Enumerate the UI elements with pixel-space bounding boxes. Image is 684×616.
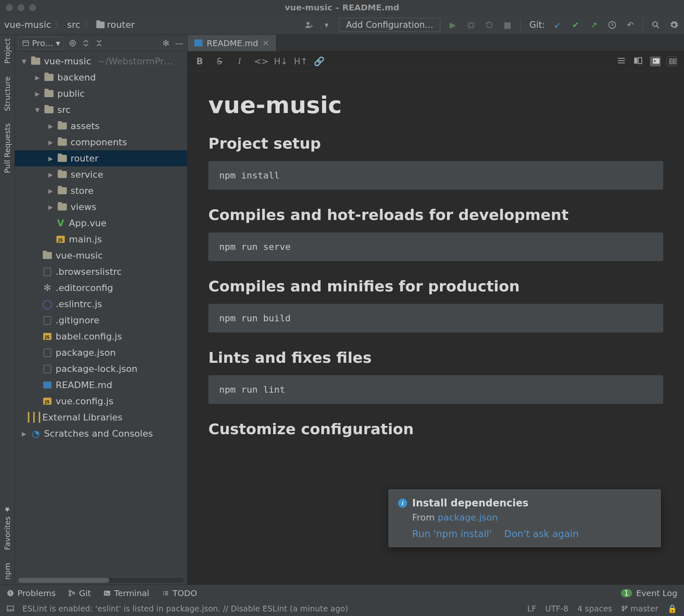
rerun-icon[interactable]	[484, 19, 495, 31]
package-json-link[interactable]: package.json	[438, 512, 498, 523]
git-push-icon[interactable]: ↗	[588, 19, 600, 31]
git-tool-button[interactable]: Git	[68, 588, 91, 598]
todo-tool-button[interactable]: TODO	[162, 588, 197, 598]
expand-arrow-icon[interactable]: ▾	[21, 56, 27, 66]
status-message[interactable]: ESLint is enabled: 'eslint' is listed in…	[22, 604, 348, 613]
expand-arrow-icon[interactable]: ▾	[34, 105, 41, 115]
run-icon[interactable]: ▶	[447, 19, 459, 31]
terminal-tool-button[interactable]: Terminal	[103, 588, 149, 598]
user-icon[interactable]	[303, 19, 314, 31]
expand-arrow-icon[interactable]: ▸	[34, 88, 41, 99]
history-icon[interactable]	[606, 19, 618, 31]
tree-node[interactable]: package-lock.json	[15, 361, 187, 377]
search-icon[interactable]	[650, 19, 662, 31]
strikethrough-icon[interactable]: S	[214, 56, 225, 66]
close-tab-icon[interactable]: ✕	[262, 38, 269, 48]
tree-node[interactable]: ▸service	[15, 166, 187, 183]
breadcrumb-item[interactable]: src	[67, 20, 80, 30]
tree-node[interactable]: ▸backend	[15, 69, 187, 86]
tree-node[interactable]: package.json	[15, 345, 187, 361]
tree-node[interactable]: ▸components	[15, 134, 187, 150]
tree-node[interactable]: ✻.editorconfig	[15, 280, 187, 296]
link-icon[interactable]: 🔗	[314, 56, 325, 66]
tree-node[interactable]: README.md	[15, 377, 187, 393]
eslint-icon: ◯	[42, 299, 53, 309]
tree-node[interactable]: JSbabel.config.js	[15, 328, 187, 345]
tree-node[interactable]: .browserslistrc	[15, 264, 187, 280]
expand-all-icon[interactable]	[81, 39, 90, 48]
horizontal-scrollbar[interactable]	[18, 578, 184, 583]
indent-indicator[interactable]: 4 spaces	[577, 604, 612, 613]
project-view-selector[interactable]: Pro…▾	[18, 37, 64, 49]
split-view-icon[interactable]	[633, 56, 644, 66]
git-branch-indicator[interactable]: master	[621, 604, 658, 613]
chevron-down-icon[interactable]: ▾	[321, 19, 332, 31]
svg-point-3	[653, 22, 657, 26]
editor-only-icon[interactable]	[617, 56, 628, 66]
tree-node[interactable]: JSmain.js	[15, 231, 187, 247]
tree-node[interactable]: ▸router	[15, 150, 187, 166]
problems-tool-button[interactable]: Problems	[7, 588, 56, 598]
undo-icon[interactable]: ↶	[625, 19, 636, 31]
svg-point-15	[69, 590, 71, 592]
target-icon[interactable]	[68, 39, 77, 48]
stop-icon[interactable]: ■	[502, 19, 513, 31]
tree-node[interactable]: ┃┃┃External Libraries	[15, 409, 187, 425]
event-log-tool-button[interactable]: Event Log	[636, 588, 677, 598]
add-configuration-button[interactable]: Add Configuration...	[339, 18, 440, 32]
vue-file-icon: V	[57, 218, 64, 228]
expand-arrow-icon[interactable]: ▸	[47, 153, 54, 164]
tool-window-toggle-icon[interactable]	[7, 605, 14, 612]
bold-icon[interactable]: B	[194, 56, 205, 66]
git-commit-icon[interactable]: ✔	[570, 19, 581, 31]
tree-node[interactable]: JSvue.config.js	[15, 393, 187, 409]
line-ending-indicator[interactable]: LF	[527, 604, 536, 613]
tree-node[interactable]: ▾src	[15, 102, 187, 118]
tree-node[interactable]: ▸views	[15, 199, 187, 215]
expand-arrow-icon[interactable]: ▸	[47, 202, 54, 212]
titlebar: vue-music – README.md	[0, 0, 684, 15]
folder-icon	[58, 203, 67, 210]
expand-arrow-icon[interactable]: ▸	[34, 72, 41, 83]
italic-icon[interactable]: I	[234, 56, 245, 66]
editor-tab[interactable]: README.md ✕	[188, 35, 276, 51]
expand-arrow-icon[interactable]: ▸	[47, 186, 54, 196]
project-tree[interactable]: ▾vue-music~/WebstormPr…▸backend▸public▾s…	[15, 51, 187, 576]
expand-arrow-icon[interactable]: ▸	[47, 137, 54, 147]
gear-icon[interactable]: ✻	[161, 39, 171, 48]
expand-arrow-icon[interactable]: ▸	[21, 428, 27, 439]
tree-node[interactable]: ▸public	[15, 86, 187, 102]
header-up-icon[interactable]: H↑	[294, 56, 305, 66]
debug-icon[interactable]	[465, 19, 477, 31]
run-npm-install-link[interactable]: Run 'npm install'	[412, 528, 492, 539]
git-pull-icon[interactable]: ↙	[552, 19, 563, 31]
tree-node[interactable]: ▸◔Scratches and Consoles	[15, 425, 187, 442]
encoding-indicator[interactable]: UTF-8	[545, 604, 568, 613]
lock-icon[interactable]: 🔒	[667, 604, 677, 614]
tree-node[interactable]: .gitignore	[15, 312, 187, 328]
minimize-panel-icon[interactable]: —	[175, 39, 184, 48]
npm-tool-button[interactable]: npm	[3, 563, 12, 579]
scroll-sync-icon[interactable]	[667, 56, 677, 66]
dont-ask-again-link[interactable]: Don't ask again	[504, 528, 579, 539]
code-icon[interactable]: <>	[254, 56, 265, 66]
expand-arrow-icon[interactable]: ▸	[47, 121, 54, 131]
gear-icon[interactable]	[668, 19, 680, 31]
tree-node[interactable]: ◯.eslintrc.js	[15, 296, 187, 312]
tree-node[interactable]: ▸assets	[15, 118, 187, 134]
favorites-tool-button[interactable]: Favorites★	[3, 505, 12, 550]
structure-tool-button[interactable]: Structure	[3, 76, 12, 111]
tree-node[interactable]: ▾vue-music~/WebstormPr…	[15, 53, 187, 69]
project-tool-button[interactable]: Project	[3, 38, 12, 64]
tree-node[interactable]: VApp.vue	[15, 215, 187, 231]
breadcrumb-item[interactable]: vue-music	[4, 20, 51, 30]
header-down-icon[interactable]: H↓	[274, 56, 285, 66]
svg-rect-19	[7, 606, 14, 611]
expand-arrow-icon[interactable]: ▸	[47, 169, 54, 180]
breadcrumb-item[interactable]: router	[96, 20, 135, 30]
tree-node[interactable]: ▸store	[15, 183, 187, 199]
preview-only-icon[interactable]	[650, 56, 661, 66]
collapse-all-icon[interactable]	[95, 39, 104, 48]
pull-requests-tool-button[interactable]: Pull Requests	[3, 123, 12, 173]
tree-node[interactable]: vue-music	[15, 247, 187, 264]
